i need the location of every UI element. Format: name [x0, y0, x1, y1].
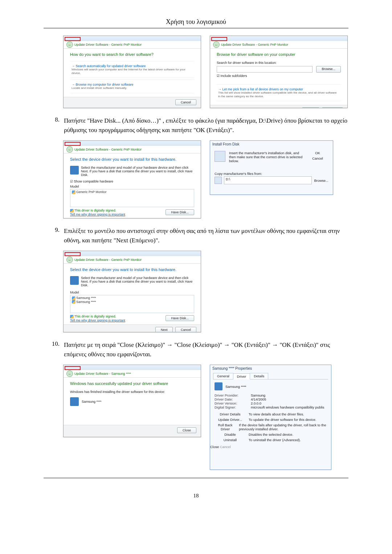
signed-label: This driver is digitally signed. — [74, 315, 116, 318]
option-auto-search[interactable]: → Search automatically for updated drive… — [70, 61, 194, 78]
back-icon: ← — [66, 146, 73, 153]
success-title: Windows has successfully updated your dr… — [70, 381, 194, 386]
driver-details-button[interactable]: Driver Details — [215, 412, 246, 416]
include-subfolders-checkbox[interactable]: ☑ Include subfolders — [217, 74, 247, 78]
screenshot-browse-location: ←Update Driver Software - Generic PnP Mo… — [210, 36, 348, 108]
breadcrumb: Update Driver Software - Generic PnP Mon… — [221, 43, 288, 46]
breadcrumb: Update Driver Software - Samsung **** — [74, 372, 131, 376]
uninstall-button[interactable]: Uninstall — [215, 438, 246, 442]
close-button[interactable]: Close — [210, 445, 219, 449]
back-icon: ← — [66, 370, 73, 377]
screenshot-install-from-disk: Install From Disk Insert the manufacture… — [210, 140, 333, 195]
path-combo[interactable]: D:\ — [224, 176, 312, 184]
device-name: Samsung **** — [82, 400, 102, 403]
copy-from-label: Copy manufacturer's files from: — [215, 172, 328, 176]
signing-link[interactable]: Tell me why driver signing is important — [70, 319, 125, 322]
cancel-button: Cancel — [220, 445, 231, 449]
chapter-title: Χρήση του λογισμικού — [44, 18, 348, 26]
model-header: Model — [70, 291, 194, 294]
monitor-icon — [70, 397, 79, 406]
model-list[interactable]: Generic PnP Monitor — [70, 189, 194, 207]
step-text: Πατήστε με τη σειρά "Close (Κλείσιμο)" →… — [64, 340, 348, 359]
tab-general[interactable]: General — [213, 373, 233, 379]
model-header: Model — [70, 185, 194, 188]
device-name: Samsung **** — [225, 385, 246, 389]
cancel-button[interactable]: Cancel — [307, 156, 328, 160]
breadcrumb: Update Driver Software - Generic PnP Mon… — [74, 43, 142, 46]
cancel-button[interactable]: Cancel — [322, 107, 343, 108]
header-rule — [44, 28, 348, 28]
monitor-icon — [215, 382, 222, 390]
screenshot-select-model: ←Update Driver Software - Generic PnP Mo… — [63, 251, 201, 332]
wizard-question: Select the device driver you want to ins… — [70, 267, 194, 272]
next-button[interactable]: Next — [155, 327, 173, 332]
browse-button[interactable]: Browse... — [316, 66, 341, 73]
drive-icon — [215, 177, 222, 184]
ok-button[interactable]: OK — [307, 151, 328, 155]
back-icon: ← — [66, 41, 73, 48]
dialog-message: Insert the manufacturer's installation d… — [229, 151, 303, 163]
have-disk-button[interactable]: Have Disk... — [166, 209, 194, 215]
dialog-title: Install From Disk — [210, 141, 333, 147]
disable-button[interactable]: Disable — [215, 432, 246, 436]
wizard-question: Select the device driver you want to ins… — [70, 157, 194, 161]
device-icon — [70, 166, 79, 175]
back-icon: ← — [66, 257, 73, 263]
dialog-title: Samsung **** Properties — [210, 365, 331, 372]
breadcrumb: Update Driver Software - Generic PnP Mon… — [74, 148, 142, 151]
have-disk-button[interactable]: Have Disk... — [166, 315, 194, 321]
cancel-button[interactable]: Cancel — [175, 327, 196, 332]
tab-driver[interactable]: Driver — [233, 373, 250, 379]
option-pick-from-list[interactable]: → Let me pick from a list of device driv… — [217, 84, 341, 101]
screenshot-update-success: ←Update Driver Software - Samsung **** W… — [63, 365, 201, 437]
footer-rule — [44, 478, 348, 478]
device-icon — [70, 276, 79, 285]
step-number: 9. — [44, 226, 64, 245]
show-compatible-checkbox[interactable]: ☑ Show compatible hardware — [70, 180, 113, 183]
breadcrumb: Update Driver Software - Generic PnP Mon… — [74, 258, 142, 262]
step-number: 10. — [44, 340, 64, 359]
browse-button[interactable]: Browse... — [314, 178, 328, 182]
signed-label: This driver is digitally signed. — [74, 209, 116, 212]
next-button[interactable]: Next — [302, 107, 320, 108]
screenshot-search-driver: ←Update Driver Software - Generic PnP Mo… — [63, 36, 201, 108]
signing-link[interactable]: Tell me why driver signing is important — [70, 213, 125, 216]
location-combo[interactable] — [217, 66, 313, 73]
update-driver-button[interactable]: Update Driver... — [215, 418, 246, 422]
step-text: Επιλέξτε το μοντέλο που αντιστοιχεί στην… — [64, 226, 348, 245]
wizard-question: How do you want to search for driver sof… — [70, 52, 194, 57]
cancel-button[interactable]: Cancel — [175, 99, 196, 105]
tab-details[interactable]: Details — [250, 373, 268, 379]
wizard-question: Browse for driver software on your compu… — [217, 52, 341, 57]
page-number: 18 — [44, 493, 348, 499]
step-text: Πατήστε "Have Disk... (Από δίσκο…)" , επ… — [64, 116, 348, 135]
option-browse-computer[interactable]: → Browse my computer for driver software… — [70, 79, 194, 93]
location-label: Search for driver software in this locat… — [217, 61, 341, 65]
model-list[interactable]: Samsung **** Samsung **** — [70, 295, 194, 313]
disk-icon — [215, 151, 225, 162]
roll-back-button[interactable]: Roll Back Driver — [215, 423, 236, 431]
close-button[interactable]: Close — [177, 427, 196, 433]
step-number: 8. — [44, 116, 64, 135]
screenshot-driver-properties: Samsung **** Properties General Driver D… — [210, 365, 331, 470]
screenshot-select-driver-have-disk: ←Update Driver Software - Generic PnP Mo… — [63, 140, 201, 218]
back-icon: ← — [213, 41, 220, 48]
